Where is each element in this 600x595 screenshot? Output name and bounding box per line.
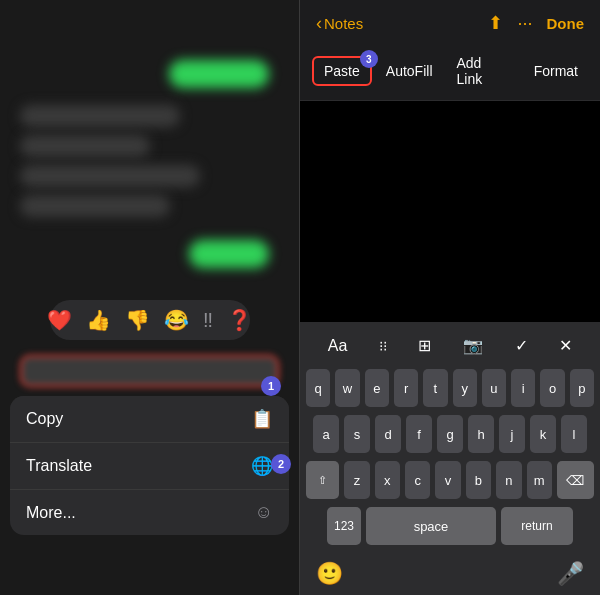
key-d[interactable]: d: [375, 415, 401, 453]
key-z[interactable]: z: [344, 461, 369, 499]
key-k[interactable]: k: [530, 415, 556, 453]
share-icon[interactable]: ⬆: [488, 12, 503, 34]
key-s[interactable]: s: [344, 415, 370, 453]
paste-label: Paste: [324, 63, 360, 79]
key-v[interactable]: v: [435, 461, 460, 499]
key-delete[interactable]: ⌫: [557, 461, 594, 499]
chat-bubble-green-2: [189, 240, 269, 268]
keyboard-rows: q w e r t y u i o p a s d f g h j k: [304, 365, 596, 549]
key-q[interactable]: q: [306, 369, 330, 407]
add-link-label: Add Link: [457, 55, 483, 87]
key-h[interactable]: h: [468, 415, 494, 453]
chevron-left-icon: ‹: [316, 13, 322, 34]
key-x[interactable]: x: [375, 461, 400, 499]
top-bar: ‹ Notes ⬆ ··· Done: [300, 0, 600, 42]
checkmark-icon[interactable]: ✓: [507, 332, 536, 359]
reaction-question[interactable]: ❓: [227, 308, 252, 332]
key-y[interactable]: y: [453, 369, 477, 407]
top-bar-right: ⬆ ··· Done: [488, 12, 584, 34]
key-return[interactable]: return: [501, 507, 573, 545]
step-badge-2: 2: [271, 454, 291, 474]
key-space[interactable]: space: [366, 507, 496, 545]
key-row-4: 123 space return: [306, 507, 594, 545]
key-m[interactable]: m: [527, 461, 552, 499]
chat-bubble-green-1: [169, 60, 269, 88]
key-j[interactable]: j: [499, 415, 525, 453]
key-p[interactable]: p: [570, 369, 594, 407]
translate-label: Translate: [26, 457, 92, 475]
table-icon[interactable]: ⊞: [410, 332, 439, 359]
key-row-1: q w e r t y u i o p: [306, 369, 594, 407]
more-icon: ☺: [255, 502, 273, 523]
key-e[interactable]: e: [365, 369, 389, 407]
reaction-exclaim[interactable]: ‼️: [203, 309, 213, 332]
context-menu-copy[interactable]: Copy 📋: [10, 396, 289, 443]
context-menu: Copy 📋 Translate 🌐 More... ☺: [10, 396, 289, 535]
chat-bubble-dark-1: [20, 105, 180, 127]
selected-message: [20, 355, 279, 387]
keyboard-close-icon[interactable]: ✕: [551, 332, 580, 359]
key-r[interactable]: r: [394, 369, 418, 407]
key-n[interactable]: n: [496, 461, 521, 499]
left-panel: ❤️ 👍 👎 😂 ‼️ ❓ 1 Copy 📋 Translate 🌐 More.…: [0, 0, 299, 595]
more-label: More...: [26, 504, 76, 522]
reaction-heart[interactable]: ❤️: [47, 308, 72, 332]
key-row-3: ⇧ z x c v b n m ⌫: [306, 461, 594, 499]
format-options-icon[interactable]: ⁝⁝: [371, 334, 395, 358]
back-button[interactable]: ‹ Notes: [316, 13, 363, 34]
key-t[interactable]: t: [423, 369, 447, 407]
context-menu-more[interactable]: More... ☺: [10, 490, 289, 535]
key-c[interactable]: c: [405, 461, 430, 499]
back-label: Notes: [324, 15, 363, 32]
reaction-thumbsdown[interactable]: 👎: [125, 308, 150, 332]
chat-bubble-dark-3: [20, 165, 200, 187]
key-row-2: a s d f g h j k l: [306, 415, 594, 453]
more-options-icon[interactable]: ···: [517, 13, 532, 34]
reaction-bar: ❤️ 👍 👎 😂 ‼️ ❓: [50, 300, 250, 340]
camera-icon[interactable]: 📷: [455, 332, 491, 359]
key-l[interactable]: l: [561, 415, 587, 453]
context-menu-translate[interactable]: Translate 🌐: [10, 443, 289, 490]
chat-bubble-dark-2: [20, 135, 150, 157]
key-i[interactable]: i: [511, 369, 535, 407]
key-shift[interactable]: ⇧: [306, 461, 339, 499]
emoji-icon[interactable]: 🙂: [316, 561, 343, 587]
reaction-thumbsup[interactable]: 👍: [86, 308, 111, 332]
chat-bubble-dark-4: [20, 195, 170, 217]
reaction-haha[interactable]: 😂: [164, 308, 189, 332]
autofill-button[interactable]: AutoFill: [376, 58, 443, 84]
format-label: Format: [534, 63, 578, 79]
key-b[interactable]: b: [466, 461, 491, 499]
right-panel: ‹ Notes ⬆ ··· Done Paste 3 AutoFill Add …: [300, 0, 600, 595]
paste-button[interactable]: Paste 3: [312, 56, 372, 86]
done-button[interactable]: Done: [547, 15, 585, 32]
key-w[interactable]: w: [335, 369, 359, 407]
bottom-bar: 🙂 🎤: [300, 553, 600, 595]
key-o[interactable]: o: [540, 369, 564, 407]
add-link-button[interactable]: Add Link: [447, 50, 520, 92]
key-u[interactable]: u: [482, 369, 506, 407]
keyboard[interactable]: Aa ⁝⁝ ⊞ 📷 ✓ ✕ q w e r t y u i o p: [300, 322, 600, 553]
keyboard-toolbar: Aa ⁝⁝ ⊞ 📷 ✓ ✕: [304, 328, 596, 365]
toolbar-menu: Paste 3 AutoFill Add Link Format: [300, 42, 600, 101]
font-size-icon[interactable]: Aa: [320, 333, 356, 359]
key-g[interactable]: g: [437, 415, 463, 453]
autofill-label: AutoFill: [386, 63, 433, 79]
key-a[interactable]: a: [313, 415, 339, 453]
step-badge-1: 1: [261, 376, 281, 396]
translate-icon: 🌐: [251, 455, 273, 477]
microphone-icon[interactable]: 🎤: [557, 561, 584, 587]
key-numbers[interactable]: 123: [327, 507, 361, 545]
key-f[interactable]: f: [406, 415, 432, 453]
format-button[interactable]: Format: [524, 58, 588, 84]
notes-content-area[interactable]: [300, 101, 600, 322]
copy-icon: 📋: [251, 408, 273, 430]
copy-label: Copy: [26, 410, 63, 428]
